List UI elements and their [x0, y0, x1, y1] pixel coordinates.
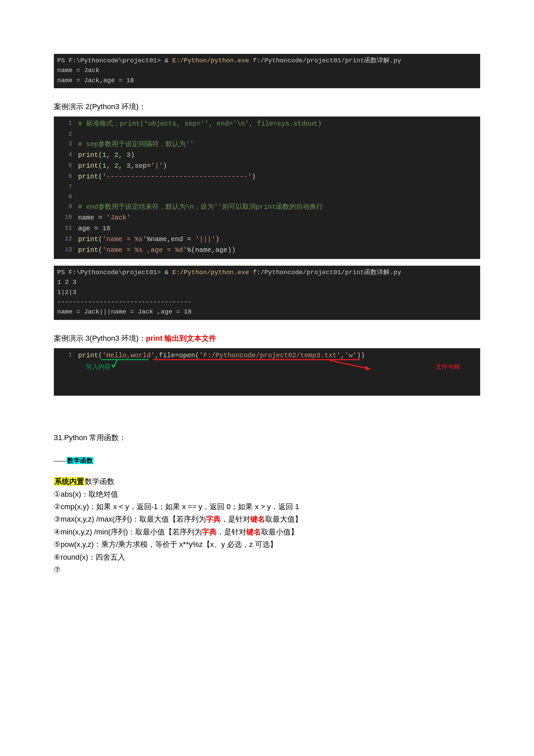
- ps-prompt: PS F:\Pythoncode\project01> &: [57, 57, 172, 64]
- code-line: print('---------------------------------…: [78, 171, 480, 182]
- terminal-line: 1|2|3: [57, 289, 76, 296]
- terminal-line: name = Jack: [57, 67, 99, 74]
- terminal-line: name = Jack,age = 18: [57, 77, 134, 84]
- list-item: ③max(x,y,z) /max(序列)：取最大值【若序列为字典，是针对键名取最…: [54, 513, 480, 525]
- section-31-title: 31.Python 常用函数：: [54, 433, 480, 443]
- code-line: print(1, 2, 3,sep='|'): [78, 161, 480, 171]
- list-item: ④min(x,y,z) /min(序列)：取最小值【若序列为字典，是针对键名取最…: [54, 526, 480, 538]
- code-line: print('Hello,world',file=open('F:/Python…: [78, 350, 480, 361]
- example-2-label: 案例演示 2(Python3 环境)：: [54, 102, 480, 112]
- code-line: print(1, 2, 3): [78, 150, 480, 161]
- list-item: ⑥round(x)：四舍五入: [54, 551, 480, 563]
- code-comment: # 标准格式：print(*objects, sep='', end='\n',…: [78, 120, 322, 128]
- code-block-3: 1 print('Hello,world',file=open('F:/Pyth…: [54, 348, 480, 396]
- terminal-output-1: PS F:\Pythoncode\project01> & E:/Python/…: [54, 54, 480, 88]
- list-item: ①abs(x)：取绝对值: [54, 488, 480, 500]
- annotation-file-handle: 文件句柄: [436, 362, 460, 372]
- code-comment: # sep参数用于设定间隔符，默认为'': [78, 140, 194, 148]
- page-root: PS F:\Pythoncode\project01> & E:/Python/…: [0, 0, 534, 756]
- annotation-write-content: 写入内容: [86, 362, 110, 372]
- example-3-label: 案例演示 3(Python3 环境)：print 输出到文本文件: [54, 333, 480, 343]
- ps-prompt: PS F:\Pythoncode\project01> &: [57, 269, 172, 276]
- script-path: f:/Pythoncode/project01/print函数详解.py: [249, 269, 401, 276]
- script-path: f:/Pythoncode/project01/print函数详解.py: [249, 57, 401, 64]
- builtin-math-heading: 系统内置数学函数: [54, 476, 480, 487]
- list-item: ②cmp(x,y)：如果 x < y，返回-1；如果 x == y，返回 0；如…: [54, 500, 480, 513]
- code-line: print('name = %s ,age = %d'%(name,age)): [78, 245, 480, 256]
- terminal-line: 1 2 3: [57, 278, 76, 286]
- annotation-row: 写入内容 文件句柄: [54, 362, 480, 372]
- list-item: ⑤pow(x,y,z)：乘方/乘方求模，等价于 x**y%z【x、y 必选，z …: [54, 538, 480, 551]
- code-line: print('name = %s'%name,end = '|||'): [78, 234, 480, 245]
- exe-path: E:/Python/python.exe: [172, 57, 249, 64]
- exe-path: E:/Python/python.exe: [172, 269, 249, 276]
- terminal-line: name = Jack|||name = Jack ,age = 18: [57, 308, 191, 316]
- math-function-list: ①abs(x)：取绝对值 ②cmp(x,y)：如果 x < y，返回-1；如果 …: [54, 488, 480, 576]
- list-item: ⑦: [54, 563, 480, 576]
- code-line: name = 'Jack': [78, 212, 480, 223]
- code-block-2: 1# 标准格式：print(*objects, sep='', end='\n'…: [54, 117, 480, 259]
- code-comment: # end参数用于设定结束符，默认为\n，设为''则可以取消print函数的自动…: [78, 203, 323, 211]
- terminal-output-2: PS F:\Pythoncode\project01> & E:/Python/…: [54, 266, 480, 320]
- math-heading: ——数学函数: [54, 456, 480, 465]
- code-line: age = 18: [78, 223, 480, 234]
- terminal-line: -----------------------------------: [57, 298, 191, 306]
